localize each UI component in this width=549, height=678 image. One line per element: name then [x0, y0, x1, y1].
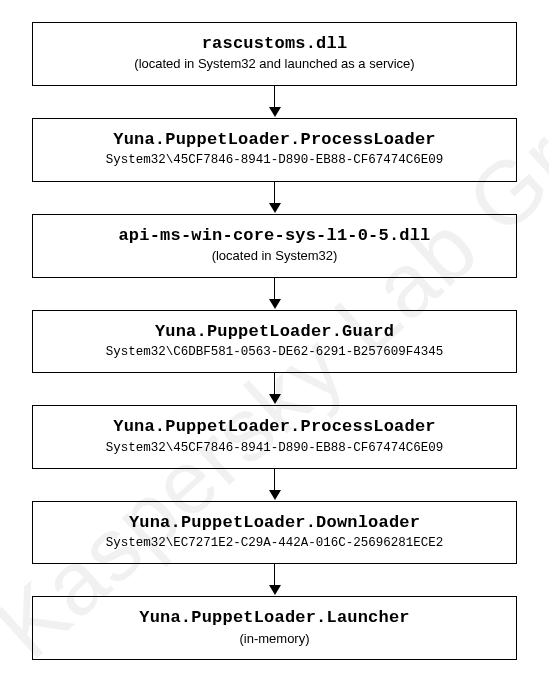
node-title: Yuna.PuppetLoader.Launcher — [41, 607, 508, 628]
arrow-down-icon — [269, 182, 281, 214]
flow-diagram: rascustoms.dll (located in System32 and … — [0, 0, 549, 678]
node-subtitle: System32\45CF7846-8941-D890-EB88-CF67474… — [41, 440, 508, 456]
node-title: api-ms-win-core-sys-l1-0-5.dll — [41, 225, 508, 246]
flow-node: api-ms-win-core-sys-l1-0-5.dll (located … — [32, 214, 517, 278]
node-subtitle: (located in System32 and launched as a s… — [41, 56, 508, 73]
flow-node: Yuna.PuppetLoader.ProcessLoader System32… — [32, 405, 517, 469]
flow-node: Yuna.PuppetLoader.Downloader System32\EC… — [32, 501, 517, 565]
flow-node: Yuna.PuppetLoader.Guard System32\C6DBF58… — [32, 310, 517, 374]
arrow-down-icon — [269, 564, 281, 596]
node-subtitle: (located in System32) — [41, 248, 508, 265]
node-title: Yuna.PuppetLoader.Downloader — [41, 512, 508, 533]
flow-node: Yuna.PuppetLoader.Launcher (in-memory) — [32, 596, 517, 660]
node-title: Yuna.PuppetLoader.Guard — [41, 321, 508, 342]
arrow-down-icon — [269, 373, 281, 405]
node-subtitle: System32\45CF7846-8941-D890-EB88-CF67474… — [41, 152, 508, 168]
node-subtitle: System32\C6DBF581-0563-DE62-6291-B257609… — [41, 344, 508, 360]
flow-node: rascustoms.dll (located in System32 and … — [32, 22, 517, 86]
node-subtitle: System32\EC7271E2-C29A-442A-016C-2569628… — [41, 535, 508, 551]
flow-node: Yuna.PuppetLoader.ProcessLoader System32… — [32, 118, 517, 182]
node-subtitle: (in-memory) — [41, 631, 508, 648]
node-title: Yuna.PuppetLoader.ProcessLoader — [41, 416, 508, 437]
arrow-down-icon — [269, 86, 281, 118]
arrow-down-icon — [269, 278, 281, 310]
node-title: Yuna.PuppetLoader.ProcessLoader — [41, 129, 508, 150]
arrow-down-icon — [269, 469, 281, 501]
node-title: rascustoms.dll — [41, 33, 508, 54]
